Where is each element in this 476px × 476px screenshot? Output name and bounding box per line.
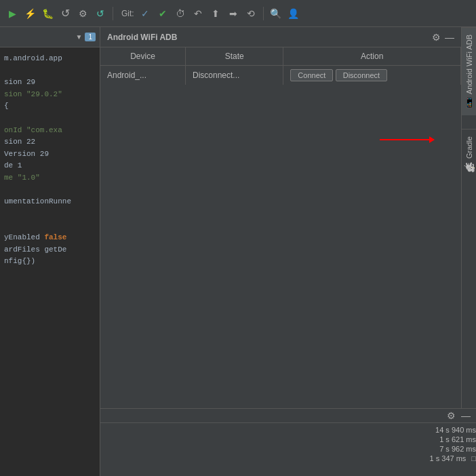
cell-state: Disconnect... — [185, 66, 283, 85]
bottom-settings-icon[interactable]: ⚙ — [447, 410, 456, 421]
code-panel-top: ▼ 1 — [0, 27, 100, 47]
bottom-panel-header: ⚙ — — [100, 409, 476, 423]
disconnect-button[interactable]: Disconnect — [336, 69, 387, 81]
right-side-tabs: 📱 Android WiFi ADB 🐘 Gradle — [461, 27, 476, 408]
col-device: Device — [100, 47, 185, 66]
toolbar-sep-1 — [113, 7, 113, 20]
code-line: Version 29 — [4, 148, 96, 161]
panel-badge: ▼ — [76, 33, 83, 41]
code-line: sion "29.0.2" — [4, 89, 96, 101]
col-state: State — [185, 47, 283, 66]
time-value-2: 1 s 621 ms — [439, 435, 476, 443]
table-row: Android_... Disconnect... Connect Discon… — [100, 66, 461, 85]
code-line — [4, 184, 96, 197]
panel-number: 1 — [85, 33, 96, 41]
git-history-icon[interactable]: ⏱ — [174, 7, 187, 20]
code-line: { — [4, 100, 96, 113]
code-line: sion 29 — [4, 77, 96, 89]
code-line: ardFiles getDe — [4, 244, 96, 256]
time-value-1: 14 s 940 ms — [435, 426, 476, 434]
code-line — [4, 113, 96, 125]
sync-icon[interactable]: ↺ — [94, 7, 107, 20]
time-row-4: 1 s 347 ms □ — [430, 454, 476, 462]
tool-settings-icon[interactable]: ⚙ — [432, 32, 441, 43]
tool-window-header: Android WiFi ADB ⚙ — — [100, 27, 461, 47]
tool-close-icon[interactable]: — — [445, 32, 454, 43]
time-value-3: 7 s 962 ms — [439, 445, 476, 453]
android-wifi-icon: 📱 — [464, 97, 475, 108]
tool-window: Android WiFi ADB ⚙ — Device State Actio — [100, 27, 461, 408]
gradle-tab-label: Gradle — [465, 136, 473, 159]
expand-icon[interactable]: □ — [471, 454, 476, 462]
code-line: nfig{}) — [4, 256, 96, 268]
bottom-minus-icon[interactable]: — — [461, 410, 471, 421]
android-wifi-adb-tab[interactable]: 📱 Android WiFi ADB — [462, 27, 476, 115]
cell-action: Connect Disconnect — [283, 66, 461, 85]
table-header-row: Device State Action — [100, 47, 461, 66]
tool-window-title: Android WiFi ADB — [107, 33, 177, 42]
git-check-icon[interactable]: ✓ — [138, 7, 152, 20]
time-row-3: 7 s 962 ms — [439, 445, 476, 453]
git-label: Git: — [121, 9, 134, 18]
bug-icon[interactable]: 🐛 — [41, 7, 54, 20]
code-line: me "1.0" — [4, 172, 96, 184]
code-line: sion 22 — [4, 136, 96, 148]
run-icon[interactable]: ▶ — [5, 7, 19, 20]
code-line: onId "com.exa — [4, 125, 96, 137]
center-area: Android WiFi ADB ⚙ — Device State Actio — [100, 27, 476, 476]
code-line: yEnabled false — [4, 232, 96, 244]
git-merge-icon[interactable]: ⟲ — [244, 7, 258, 20]
android-wifi-tab-label: Android WiFi ADB — [465, 35, 473, 94]
status-times: 14 s 940 ms 1 s 621 ms 7 s 962 ms 1 s 34… — [100, 423, 476, 462]
connect-button[interactable]: Connect — [290, 69, 333, 81]
git-push-icon[interactable]: ⬆ — [209, 7, 222, 20]
bottom-panel: ⚙ — 14 s 940 ms 1 s 621 ms 7 s 962 ms 1 … — [100, 408, 476, 476]
code-line: de 1 — [4, 160, 96, 172]
code-line — [4, 65, 96, 77]
time-row-1: 14 s 940 ms — [435, 426, 476, 434]
tool-header-icons: ⚙ — — [432, 32, 454, 43]
code-line — [4, 220, 96, 232]
git-fetch-icon[interactable]: ➡ — [226, 7, 240, 20]
gradle-tab[interactable]: 🐘 Gradle — [462, 129, 476, 180]
profile-icon[interactable]: 👤 — [287, 7, 300, 20]
col-action: Action — [283, 47, 461, 66]
adb-table: Device State Action Android_... Disconne… — [100, 47, 461, 408]
main-area: ▼ 1 m.android.app sion 29 sion "29.0.2" … — [0, 27, 476, 476]
search-icon[interactable]: 🔍 — [269, 7, 283, 20]
build-icon[interactable]: ⚙ — [76, 7, 90, 20]
code-panel: ▼ 1 m.android.app sion 29 sion "29.0.2" … — [0, 27, 100, 476]
code-line — [4, 208, 96, 220]
time-row-2: 1 s 621 ms — [439, 435, 476, 443]
cell-device: Android_... — [100, 66, 185, 85]
git-revert-icon[interactable]: ↶ — [191, 7, 205, 20]
tool-and-tabs: Android WiFi ADB ⚙ — Device State Actio — [100, 27, 476, 408]
code-content: m.android.app sion 29 sion "29.0.2" { on… — [0, 47, 100, 273]
gradle-icon: 🐘 — [464, 161, 475, 173]
main-toolbar: ▶ ⚡ 🐛 ↺ ⚙ ↺ Git: ✓ ✔ ⏱ ↶ ⬆ ➡ ⟲ 🔍 👤 — [0, 0, 476, 27]
toolbar-sep-2 — [263, 7, 264, 20]
code-line: umentationRunne — [4, 196, 96, 208]
git-tick-icon[interactable]: ✔ — [156, 7, 170, 20]
time-value-4: 1 s 347 ms — [430, 454, 467, 462]
code-line: m.android.app — [4, 53, 96, 65]
refresh-icon[interactable]: ↺ — [58, 7, 72, 20]
debug-icon[interactable]: ⚡ — [23, 7, 37, 20]
